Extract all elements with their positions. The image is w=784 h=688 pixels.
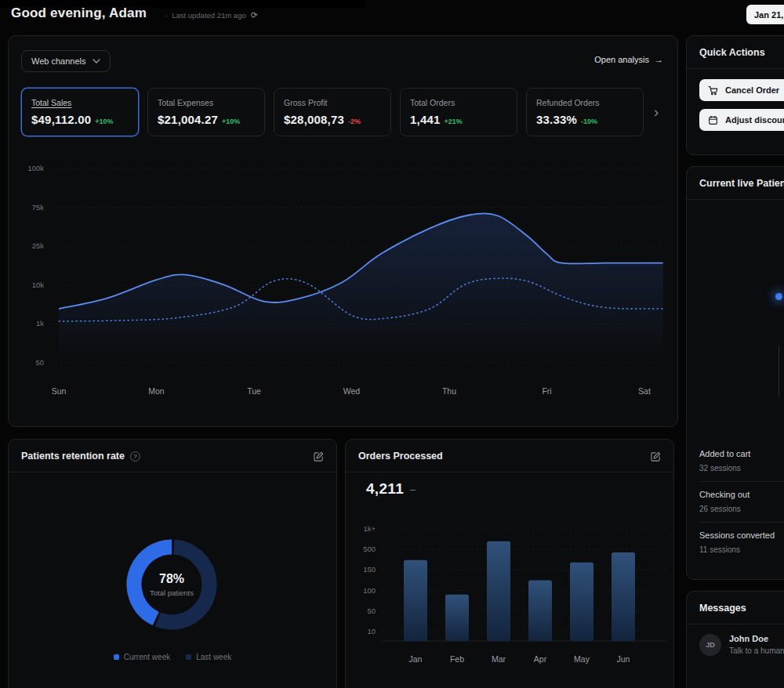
donut-center: 78% Total patients — [113, 526, 230, 643]
svg-text:Sat: Sat — [638, 386, 651, 396]
quick-actions-list: Cancel Order Adjust discount — [687, 69, 784, 149]
patients-retention-card: Patients retention rate ? 78% Total pati… — [8, 439, 337, 688]
adjust-discount-button[interactable]: Adjust discount — [699, 109, 784, 131]
orders-total-row: 4,211 – — [366, 480, 416, 498]
card-title: Orders Processed — [358, 451, 443, 462]
svg-text:10k: 10k — [32, 281, 45, 289]
stat-card-gross-profit[interactable]: Gross Profit$28,008,73-2% — [274, 88, 391, 136]
stat-value: $28,008,73 — [284, 113, 344, 126]
svg-text:50: 50 — [35, 358, 44, 367]
svg-text:Jan: Jan — [409, 654, 423, 664]
funnel-stat-sessions: 11 sessions — [699, 545, 784, 554]
stat-card-total-expenses[interactable]: Total Expenses$21,004.27+10% — [147, 88, 265, 136]
stat-card-refunded-orders[interactable]: Refunded Orders33.33%-10% — [526, 88, 644, 136]
message-text-block: John Doe Talk to a human — [729, 634, 784, 655]
separator-dot: · — [165, 11, 167, 20]
funnel-stat-item: Added to cart32 sessions — [699, 441, 784, 482]
funnel-stat-label: Added to cart — [699, 449, 784, 458]
stat-value: $21,004.27 — [158, 113, 218, 126]
card-title: Patients retention rate — [21, 451, 125, 462]
cancel-order-button[interactable]: Cancel Order — [699, 79, 784, 101]
stat-label: Refunded Orders — [536, 98, 633, 107]
card-header: Messages — [687, 592, 784, 625]
funnel-marker-dot — [775, 293, 782, 300]
svg-text:Feb: Feb — [450, 654, 464, 664]
stat-label: Total Sales — [31, 98, 129, 107]
messages-card: Messages JD John Doe Talk to a human — [686, 591, 784, 688]
message-preview: Talk to a human — [729, 646, 784, 655]
edit-icon[interactable] — [651, 451, 661, 462]
svg-text:25k: 25k — [32, 241, 45, 250]
cart-icon — [708, 85, 718, 96]
funnel-stat-label: Checking out — [699, 490, 784, 499]
cancel-order-label: Cancel Order — [725, 85, 779, 95]
svg-text:Tue: Tue — [247, 386, 261, 396]
retention-legend: Current weekLast week — [9, 653, 336, 661]
card-title: Messages — [699, 603, 746, 614]
svg-text:Jun: Jun — [617, 654, 630, 664]
arrow-right-icon: → — [655, 55, 663, 64]
svg-text:100: 100 — [363, 586, 376, 595]
chevron-right-icon[interactable]: › — [652, 104, 660, 121]
svg-text:Wed: Wed — [343, 386, 361, 396]
refresh-icon[interactable]: ⟳ — [251, 10, 258, 20]
card-header: Patients retention rate ? — [9, 440, 336, 473]
card-title: Current live Patients — [699, 178, 784, 189]
funnel-stats-list: Added to cart32 sessionsChecking out26 s… — [699, 441, 784, 563]
orders-total-value: 4,211 — [366, 480, 404, 498]
adjust-discount-label: Adjust discount — [725, 115, 784, 125]
open-analysis-link[interactable]: Open analysis → — [594, 55, 663, 64]
funnel-stat-sessions: 26 sessions — [699, 505, 784, 513]
svg-text:Mar: Mar — [492, 654, 506, 664]
help-icon[interactable]: ? — [130, 451, 140, 462]
svg-text:Thu: Thu — [442, 386, 456, 396]
stat-delta: -10% — [581, 118, 597, 125]
stat-delta: +21% — [445, 118, 463, 125]
card-header: Current live Patients — [687, 167, 784, 200]
stat-card-total-orders[interactable]: Total Orders1,441+21% — [400, 88, 517, 136]
analytics-card: Web channels Open analysis → Total Sales… — [8, 35, 678, 427]
edit-icon[interactable] — [314, 451, 324, 462]
calendar-icon — [708, 115, 718, 125]
avatar: JD — [699, 634, 721, 656]
open-analysis-label: Open analysis — [594, 55, 649, 64]
retention-percentage: 78% — [159, 572, 184, 586]
stat-delta: +10% — [95, 118, 113, 125]
channel-selector-button[interactable]: Web channels — [21, 50, 111, 72]
date-picker-button[interactable]: Jan 21, — [746, 5, 784, 24]
message-list-item[interactable]: JD John Doe Talk to a human — [687, 625, 784, 665]
last-updated: · Last updated 21m ago ⟳ — [165, 10, 258, 20]
retention-donut-chart — [113, 526, 230, 643]
svg-text:Fri: Fri — [542, 386, 551, 396]
live-patients-card: Current live Patients Added to cart32 se… — [686, 166, 784, 580]
top-bar-artifact — [0, 0, 365, 8]
channel-selector-label: Web channels — [31, 56, 86, 66]
stat-value: 1,441 — [410, 113, 441, 126]
stat-label: Gross Profit — [284, 98, 381, 107]
message-sender: John Doe — [729, 634, 784, 643]
svg-text:1k+: 1k+ — [363, 524, 376, 533]
svg-text:1k: 1k — [36, 319, 44, 328]
funnel-stat-item: Checking out26 sessions — [699, 482, 784, 523]
svg-text:Apr: Apr — [534, 654, 547, 664]
orders-bar-chart: 1k+5001501005010JanFebMarAprMayJun — [346, 440, 673, 688]
last-updated-text: Last updated 21m ago — [172, 11, 246, 20]
funnel-divider-line — [779, 346, 779, 397]
card-header: Orders Processed — [346, 440, 673, 473]
svg-text:Mon: Mon — [148, 386, 165, 396]
stat-delta: -2% — [348, 118, 361, 125]
stat-label: Total Orders — [410, 98, 507, 107]
svg-text:50: 50 — [367, 607, 376, 615]
svg-text:Sun: Sun — [52, 386, 67, 396]
stat-card-total-sales[interactable]: Total Sales$49,112.00+10% — [21, 88, 139, 136]
retention-center-label: Total patients — [150, 588, 194, 597]
stat-label: Total Expenses — [158, 98, 255, 107]
svg-text:500: 500 — [363, 545, 376, 553]
legend-swatch — [114, 654, 119, 660]
card-header: Quick Actions — [687, 36, 784, 69]
chevron-down-icon — [93, 59, 100, 63]
svg-text:75k: 75k — [32, 203, 45, 212]
orders-processed-card: Orders Processed 4,211 – 1k+500150100501… — [345, 439, 674, 688]
stat-value: 33.33% — [536, 113, 577, 126]
svg-text:100k: 100k — [27, 164, 44, 172]
